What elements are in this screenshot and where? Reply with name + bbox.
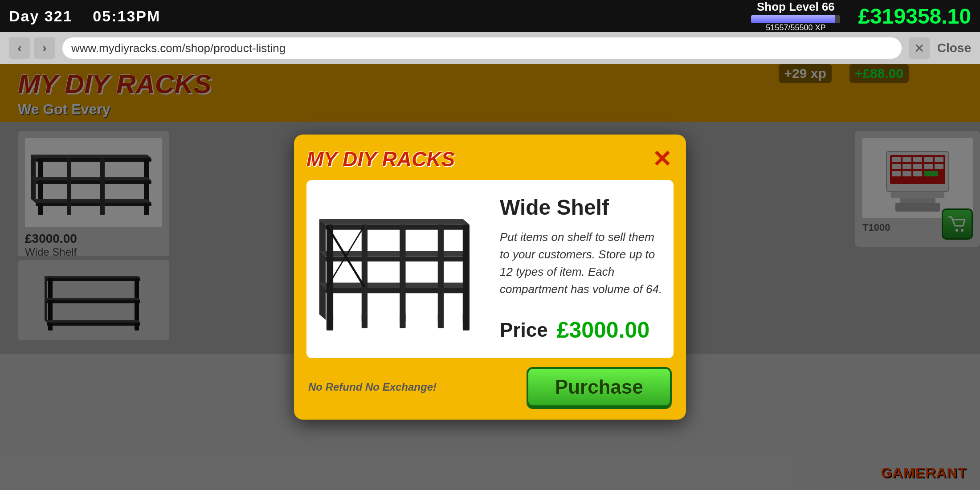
xp-bar bbox=[751, 15, 840, 23]
svg-marker-57 bbox=[319, 282, 470, 288]
svg-marker-53 bbox=[319, 251, 326, 288]
no-refund-text: No Refund No Exchange! bbox=[308, 381, 437, 393]
url-bar[interactable]: www.mydiyracks.com/shop/product-listing bbox=[62, 37, 902, 59]
browser-close-label[interactable]: Close bbox=[937, 41, 971, 55]
item-price-row: Price £3000.00 bbox=[500, 317, 663, 343]
svg-rect-58 bbox=[327, 225, 333, 322]
svg-rect-61 bbox=[400, 225, 405, 322]
browser-bar: ‹ › www.mydiyracks.com/shop/product-list… bbox=[0, 32, 980, 64]
modal-overlay: MY DIY RACKS ✕ bbox=[0, 64, 980, 490]
shop-level-block: Shop Level 66 51557/55500 XP bbox=[751, 0, 840, 33]
modal-header: MY DIY RACKS ✕ bbox=[306, 147, 674, 171]
top-bar-right: Shop Level 66 51557/55500 XP £319358.10 bbox=[751, 0, 971, 33]
svg-rect-63 bbox=[327, 314, 333, 331]
price-value: £3000.00 bbox=[557, 317, 650, 343]
svg-rect-67 bbox=[438, 314, 444, 328]
back-button[interactable]: ‹ bbox=[9, 37, 30, 59]
browser-close-x[interactable]: ✕ bbox=[909, 37, 930, 59]
purchase-modal: MY DIY RACKS ✕ bbox=[294, 135, 686, 420]
svg-marker-55 bbox=[319, 219, 470, 225]
modal-image-area bbox=[317, 191, 486, 347]
top-bar-left: Day 321 05:13PM bbox=[9, 8, 160, 25]
xp-text: 51557/55500 XP bbox=[766, 23, 825, 33]
modal-title: MY DIY RACKS bbox=[306, 147, 455, 171]
item-description: Put items on shelf to sell them to your … bbox=[500, 229, 663, 304]
day-time: Day 321 05:13PM bbox=[9, 8, 160, 25]
forward-button[interactable]: › bbox=[34, 37, 55, 59]
shop-level-title: Shop Level 66 bbox=[757, 0, 835, 14]
player-money: £319358.10 bbox=[858, 4, 971, 29]
time: 05:13PM bbox=[93, 8, 160, 24]
url-text: www.mydiyracks.com/shop/product-listing bbox=[71, 41, 286, 55]
price-label: Price bbox=[500, 319, 548, 341]
wide-shelf-image bbox=[317, 198, 486, 340]
modal-info: Wide Shelf Put items on shelf to sell th… bbox=[500, 191, 663, 347]
svg-rect-60 bbox=[362, 225, 368, 322]
purchase-button[interactable]: Purchase bbox=[527, 367, 672, 407]
top-bar: Day 321 05:13PM Shop Level 66 51557/5550… bbox=[0, 0, 980, 32]
item-name: Wide Shelf bbox=[500, 195, 663, 220]
modal-body: Wide Shelf Put items on shelf to sell th… bbox=[306, 180, 674, 358]
svg-rect-66 bbox=[400, 314, 405, 328]
svg-rect-65 bbox=[362, 314, 368, 328]
modal-footer: No Refund No Exchange! Purchase bbox=[306, 367, 674, 407]
browser-nav: ‹ › bbox=[9, 37, 55, 59]
svg-rect-62 bbox=[438, 225, 444, 322]
svg-rect-51 bbox=[326, 288, 470, 293]
modal-close-button[interactable]: ✕ bbox=[650, 147, 674, 171]
svg-marker-52 bbox=[319, 219, 326, 257]
day: Day 321 bbox=[9, 8, 73, 24]
xp-bar-fill bbox=[751, 15, 834, 23]
svg-rect-59 bbox=[463, 225, 470, 322]
svg-rect-64 bbox=[463, 314, 470, 331]
web-content: MY DIY RACKS We Got Every nline FREE Del… bbox=[0, 64, 980, 490]
svg-rect-49 bbox=[326, 225, 470, 229]
svg-marker-54 bbox=[319, 282, 326, 320]
